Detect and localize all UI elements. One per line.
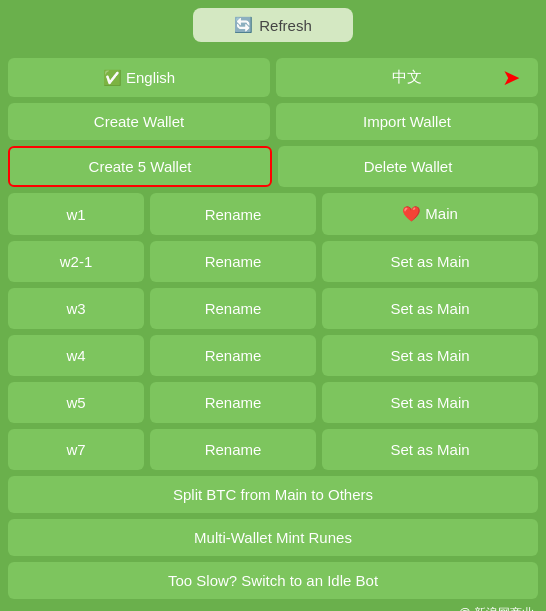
rename-button[interactable]: Rename — [150, 288, 316, 329]
wallet-name[interactable]: w2-1 — [8, 241, 144, 282]
wallet-list: w1Rename❤️ Mainw2-1RenameSet as Mainw3Re… — [8, 193, 538, 470]
main-container: 🔄 Refresh ✅ English 中文 ➤ Create Wallet I… — [8, 8, 538, 611]
chinese-button[interactable]: 中文 ➤ — [276, 58, 538, 97]
rename-button[interactable]: Rename — [150, 429, 316, 470]
wallet-row: w1Rename❤️ Main — [8, 193, 538, 235]
create-wallet-button[interactable]: Create Wallet — [8, 103, 270, 140]
english-button[interactable]: ✅ English — [8, 58, 270, 97]
language-row: ✅ English 中文 ➤ — [8, 58, 538, 97]
chinese-label: 中文 — [392, 68, 422, 87]
set-as-main-button[interactable]: Set as Main — [322, 429, 538, 470]
wallet-name[interactable]: w7 — [8, 429, 144, 470]
wallet-row: w3RenameSet as Main — [8, 288, 538, 329]
set-as-main-button[interactable]: Set as Main — [322, 288, 538, 329]
rename-button[interactable]: Rename — [150, 193, 316, 235]
idle-bot-button[interactable]: Too Slow? Switch to an Idle Bot — [8, 562, 538, 599]
multi-wallet-button[interactable]: Multi-Wallet Mint Runes — [8, 519, 538, 556]
split-btc-button[interactable]: Split BTC from Main to Others — [8, 476, 538, 513]
wallet-row: w5RenameSet as Main — [8, 382, 538, 423]
main-badge[interactable]: ❤️ Main — [322, 193, 538, 235]
wallet-manage-row: Create 5 Wallet Delete Wallet — [8, 146, 538, 187]
set-as-main-button[interactable]: Set as Main — [322, 241, 538, 282]
wallet-name[interactable]: w1 — [8, 193, 144, 235]
refresh-icon: 🔄 — [234, 16, 253, 34]
wallet-name[interactable]: w5 — [8, 382, 144, 423]
watermark: @ 新浪网商业 — [8, 605, 538, 611]
set-as-main-button[interactable]: Set as Main — [322, 335, 538, 376]
red-arrow-icon: ➤ — [502, 65, 520, 91]
import-wallet-button[interactable]: Import Wallet — [276, 103, 538, 140]
set-as-main-button[interactable]: Set as Main — [322, 382, 538, 423]
wallet-row: w7RenameSet as Main — [8, 429, 538, 470]
delete-wallet-button[interactable]: Delete Wallet — [278, 146, 538, 187]
wallet-actions-row: Create Wallet Import Wallet — [8, 103, 538, 140]
wallet-name[interactable]: w4 — [8, 335, 144, 376]
rename-button[interactable]: Rename — [150, 335, 316, 376]
bottom-section: Split BTC from Main to Others Multi-Wall… — [8, 476, 538, 611]
rename-button[interactable]: Rename — [150, 241, 316, 282]
refresh-label: Refresh — [259, 17, 312, 34]
refresh-button[interactable]: 🔄 Refresh — [193, 8, 353, 42]
create5-wallet-button[interactable]: Create 5 Wallet — [8, 146, 272, 187]
rename-button[interactable]: Rename — [150, 382, 316, 423]
wallet-row: w2-1RenameSet as Main — [8, 241, 538, 282]
wallet-name[interactable]: w3 — [8, 288, 144, 329]
wallet-row: w4RenameSet as Main — [8, 335, 538, 376]
